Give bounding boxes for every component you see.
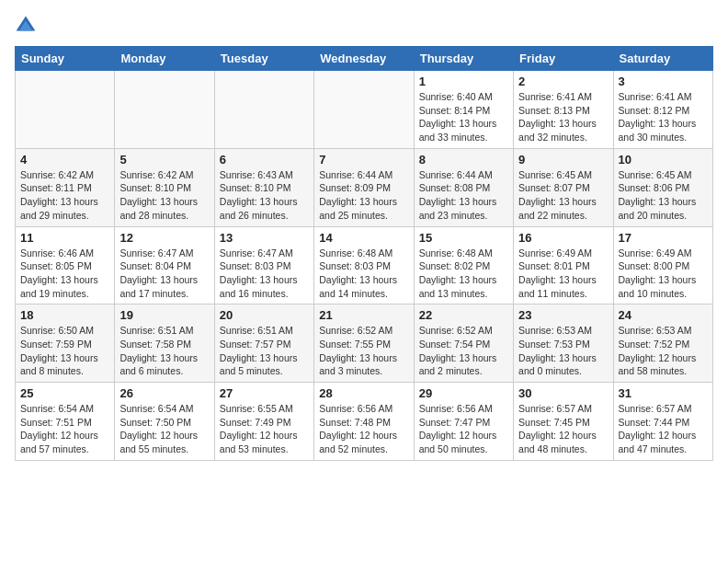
cell-content: Sunrise: 6:51 AMSunset: 7:57 PMDaylight:… xyxy=(220,324,309,378)
calendar-cell xyxy=(115,71,214,149)
week-row-1: 1Sunrise: 6:40 AMSunset: 8:14 PMDaylight… xyxy=(16,71,713,149)
header-sunday: Sunday xyxy=(16,47,115,71)
day-number: 9 xyxy=(518,153,608,167)
calendar-cell: 28Sunrise: 6:56 AMSunset: 7:48 PMDayligh… xyxy=(314,383,414,461)
day-number: 11 xyxy=(20,231,109,245)
calendar-cell: 12Sunrise: 6:47 AMSunset: 8:04 PMDayligh… xyxy=(115,226,214,304)
day-number: 1 xyxy=(419,75,508,88)
day-number: 4 xyxy=(20,153,109,167)
day-number: 5 xyxy=(119,153,209,167)
calendar-cell: 22Sunrise: 6:52 AMSunset: 7:54 PMDayligh… xyxy=(414,304,513,383)
cell-content: Sunrise: 6:42 AMSunset: 8:11 PMDaylight:… xyxy=(20,168,109,223)
page-header xyxy=(15,15,713,37)
cell-content: Sunrise: 6:45 AMSunset: 8:06 PMDaylight:… xyxy=(619,168,708,223)
cell-content: Sunrise: 6:41 AMSunset: 8:12 PMDaylight:… xyxy=(619,90,708,144)
calendar-cell: 31Sunrise: 6:57 AMSunset: 7:44 PMDayligh… xyxy=(613,383,712,461)
header-wednesday: Wednesday xyxy=(314,47,414,71)
day-number: 25 xyxy=(20,386,109,400)
calendar-cell: 21Sunrise: 6:52 AMSunset: 7:55 PMDayligh… xyxy=(314,304,414,383)
cell-content: Sunrise: 6:42 AMSunset: 8:10 PMDaylight:… xyxy=(119,168,209,223)
day-number: 12 xyxy=(119,231,209,245)
calendar-cell xyxy=(214,71,313,149)
cell-content: Sunrise: 6:40 AMSunset: 8:14 PMDaylight:… xyxy=(419,90,508,144)
calendar-cell: 14Sunrise: 6:48 AMSunset: 8:03 PMDayligh… xyxy=(314,226,414,304)
header-thursday: Thursday xyxy=(414,47,513,71)
cell-content: Sunrise: 6:52 AMSunset: 7:54 PMDaylight:… xyxy=(419,324,508,378)
calendar-cell: 16Sunrise: 6:49 AMSunset: 8:01 PMDayligh… xyxy=(514,226,613,304)
calendar-cell: 24Sunrise: 6:53 AMSunset: 7:52 PMDayligh… xyxy=(613,304,712,383)
day-number: 8 xyxy=(419,153,508,167)
cell-content: Sunrise: 6:56 AMSunset: 7:47 PMDaylight:… xyxy=(419,402,508,456)
cell-content: Sunrise: 6:49 AMSunset: 8:00 PMDaylight:… xyxy=(619,247,708,301)
calendar-cell: 18Sunrise: 6:50 AMSunset: 7:59 PMDayligh… xyxy=(16,304,115,383)
day-number: 27 xyxy=(220,386,309,400)
day-number: 31 xyxy=(619,386,708,400)
calendar-cell: 30Sunrise: 6:57 AMSunset: 7:45 PMDayligh… xyxy=(514,383,613,461)
calendar-cell xyxy=(314,71,414,149)
calendar-cell: 11Sunrise: 6:46 AMSunset: 8:05 PMDayligh… xyxy=(16,226,115,304)
cell-content: Sunrise: 6:47 AMSunset: 8:03 PMDaylight:… xyxy=(220,247,309,301)
cell-content: Sunrise: 6:46 AMSunset: 8:05 PMDaylight:… xyxy=(20,247,109,301)
calendar-cell: 13Sunrise: 6:47 AMSunset: 8:03 PMDayligh… xyxy=(214,226,313,304)
cell-content: Sunrise: 6:44 AMSunset: 8:09 PMDaylight:… xyxy=(319,168,408,223)
week-row-3: 11Sunrise: 6:46 AMSunset: 8:05 PMDayligh… xyxy=(16,226,713,304)
calendar-cell: 9Sunrise: 6:45 AMSunset: 8:07 PMDaylight… xyxy=(514,148,613,226)
day-number: 22 xyxy=(419,308,508,322)
day-number: 6 xyxy=(220,153,309,167)
cell-content: Sunrise: 6:56 AMSunset: 7:48 PMDaylight:… xyxy=(319,402,408,456)
calendar-cell: 6Sunrise: 6:43 AMSunset: 8:10 PMDaylight… xyxy=(214,148,313,226)
cell-content: Sunrise: 6:54 AMSunset: 7:50 PMDaylight:… xyxy=(119,402,209,456)
cell-content: Sunrise: 6:55 AMSunset: 7:49 PMDaylight:… xyxy=(220,402,309,456)
logo xyxy=(15,15,40,37)
calendar-cell: 26Sunrise: 6:54 AMSunset: 7:50 PMDayligh… xyxy=(115,383,214,461)
calendar-cell: 5Sunrise: 6:42 AMSunset: 8:10 PMDaylight… xyxy=(115,148,214,226)
calendar-cell: 15Sunrise: 6:48 AMSunset: 8:02 PMDayligh… xyxy=(414,226,513,304)
cell-content: Sunrise: 6:50 AMSunset: 7:59 PMDaylight:… xyxy=(20,324,109,378)
day-number: 15 xyxy=(419,231,508,245)
calendar-cell: 20Sunrise: 6:51 AMSunset: 7:57 PMDayligh… xyxy=(214,304,313,383)
cell-content: Sunrise: 6:57 AMSunset: 7:44 PMDaylight:… xyxy=(619,402,708,456)
day-number: 26 xyxy=(119,386,209,400)
day-number: 13 xyxy=(220,231,309,245)
cell-content: Sunrise: 6:45 AMSunset: 8:07 PMDaylight:… xyxy=(518,168,608,223)
week-row-5: 25Sunrise: 6:54 AMSunset: 7:51 PMDayligh… xyxy=(16,383,713,461)
calendar-cell: 29Sunrise: 6:56 AMSunset: 7:47 PMDayligh… xyxy=(414,383,513,461)
cell-content: Sunrise: 6:41 AMSunset: 8:13 PMDaylight:… xyxy=(518,90,608,144)
calendar-cell: 10Sunrise: 6:45 AMSunset: 8:06 PMDayligh… xyxy=(613,148,712,226)
cell-content: Sunrise: 6:51 AMSunset: 7:58 PMDaylight:… xyxy=(119,324,209,378)
cell-content: Sunrise: 6:43 AMSunset: 8:10 PMDaylight:… xyxy=(220,168,309,223)
day-number: 18 xyxy=(20,308,109,322)
header-friday: Friday xyxy=(514,47,613,71)
day-number: 29 xyxy=(419,386,508,400)
calendar-cell: 19Sunrise: 6:51 AMSunset: 7:58 PMDayligh… xyxy=(115,304,214,383)
calendar-cell: 7Sunrise: 6:44 AMSunset: 8:09 PMDaylight… xyxy=(314,148,414,226)
cell-content: Sunrise: 6:44 AMSunset: 8:08 PMDaylight:… xyxy=(419,168,508,223)
calendar-cell: 8Sunrise: 6:44 AMSunset: 8:08 PMDaylight… xyxy=(414,148,513,226)
day-number: 10 xyxy=(619,153,708,167)
day-number: 14 xyxy=(319,231,408,245)
calendar-cell: 4Sunrise: 6:42 AMSunset: 8:11 PMDaylight… xyxy=(16,148,115,226)
logo-icon xyxy=(15,15,37,37)
day-number: 2 xyxy=(518,75,608,88)
calendar-header-row: SundayMondayTuesdayWednesdayThursdayFrid… xyxy=(16,47,713,71)
cell-content: Sunrise: 6:52 AMSunset: 7:55 PMDaylight:… xyxy=(319,324,408,378)
day-number: 21 xyxy=(319,308,408,322)
week-row-2: 4Sunrise: 6:42 AMSunset: 8:11 PMDaylight… xyxy=(16,148,713,226)
day-number: 17 xyxy=(619,231,708,245)
calendar-cell: 27Sunrise: 6:55 AMSunset: 7:49 PMDayligh… xyxy=(214,383,313,461)
cell-content: Sunrise: 6:48 AMSunset: 8:02 PMDaylight:… xyxy=(419,247,508,301)
calendar-cell: 1Sunrise: 6:40 AMSunset: 8:14 PMDaylight… xyxy=(414,71,513,149)
calendar-cell xyxy=(16,71,115,149)
day-number: 3 xyxy=(619,75,708,88)
day-number: 7 xyxy=(319,153,408,167)
cell-content: Sunrise: 6:53 AMSunset: 7:53 PMDaylight:… xyxy=(518,324,608,378)
calendar-cell: 3Sunrise: 6:41 AMSunset: 8:12 PMDaylight… xyxy=(613,71,712,149)
cell-content: Sunrise: 6:53 AMSunset: 7:52 PMDaylight:… xyxy=(619,324,708,378)
calendar-cell: 25Sunrise: 6:54 AMSunset: 7:51 PMDayligh… xyxy=(16,383,115,461)
header-monday: Monday xyxy=(115,47,214,71)
calendar-cell: 17Sunrise: 6:49 AMSunset: 8:00 PMDayligh… xyxy=(613,226,712,304)
day-number: 19 xyxy=(119,308,209,322)
cell-content: Sunrise: 6:54 AMSunset: 7:51 PMDaylight:… xyxy=(20,402,109,456)
day-number: 16 xyxy=(518,231,608,245)
cell-content: Sunrise: 6:48 AMSunset: 8:03 PMDaylight:… xyxy=(319,247,408,301)
